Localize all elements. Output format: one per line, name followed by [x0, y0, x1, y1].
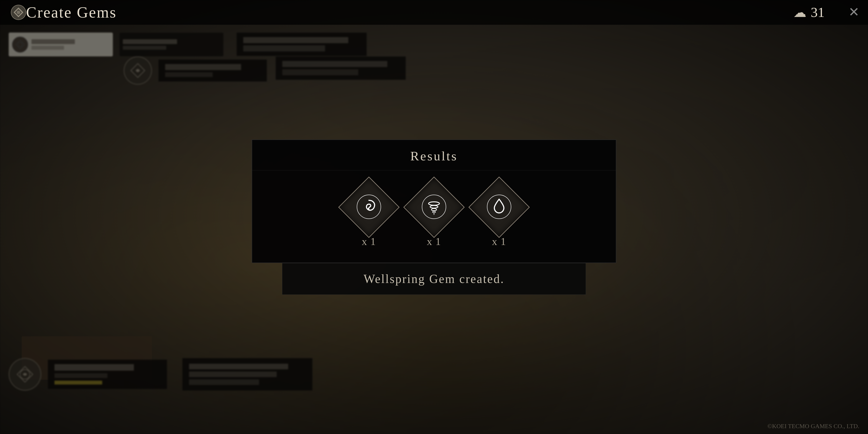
- copyright: ©KOEI TECMO GAMES CO., LTD.: [768, 423, 859, 430]
- svg-point-8: [357, 195, 381, 219]
- status-message: Wellspring Gem created.: [364, 272, 504, 286]
- svg-point-13: [431, 209, 437, 211]
- gem-item-3: x 1: [475, 183, 523, 247]
- gem-item-1: x 1: [345, 183, 393, 247]
- svg-point-12: [430, 206, 438, 208]
- gem-diamond-2: [410, 183, 458, 231]
- modal-overlay: Results x 1: [0, 0, 868, 434]
- gem-diamond-1: [345, 183, 393, 231]
- svg-point-11: [429, 202, 439, 205]
- gem2-icon: [421, 194, 447, 221]
- results-gems-row: x 1: [252, 170, 616, 262]
- svg-point-16: [487, 195, 511, 219]
- gem-item-2: x 1: [410, 183, 458, 247]
- results-title: Results: [410, 149, 458, 163]
- svg-point-9: [368, 208, 369, 210]
- status-bar: Wellspring Gem created.: [282, 263, 586, 295]
- gem3-icon: [486, 194, 512, 221]
- results-header: Results: [252, 140, 616, 170]
- gem1-icon: [356, 194, 382, 221]
- gem-diamond-3: [475, 183, 523, 231]
- results-panel: Results x 1: [252, 140, 616, 263]
- svg-point-10: [422, 195, 446, 219]
